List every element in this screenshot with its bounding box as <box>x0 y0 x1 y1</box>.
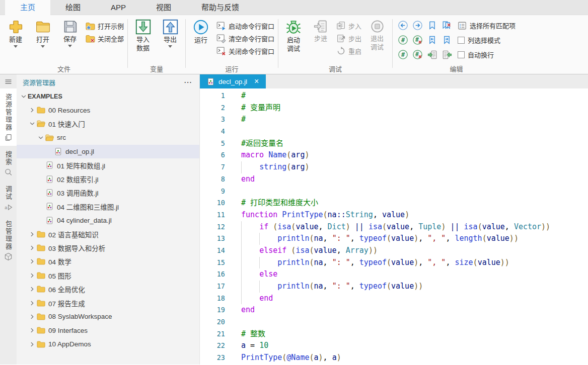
next-bookmark-icon[interactable] <box>441 34 453 46</box>
tree-item-03-数据导入和分析[interactable]: 03 数据导入和分析 <box>17 241 199 254</box>
start-terminal-button[interactable]: 启动命令行窗口 <box>214 20 276 32</box>
block-comment-icon[interactable]: # <box>397 49 409 60</box>
code-line-19[interactable]: 19end <box>200 304 588 316</box>
more-actions-button[interactable]: ⋯ <box>184 77 192 87</box>
chevron-down-icon[interactable] <box>28 120 36 127</box>
code-line-16[interactable]: 16 else <box>200 268 588 281</box>
tree-item-05-图形[interactable]: 05 图形 <box>17 268 199 282</box>
code-line-17[interactable]: 17 println(na, ": ", typeof(value)) <box>200 281 588 293</box>
tab-plot[interactable]: 绘图 <box>50 0 96 15</box>
code-line-11[interactable]: 11function PrintType(na::String, value) <box>200 209 588 221</box>
previous-bookmark-icon[interactable] <box>426 34 438 46</box>
tree-item-09-Interfaces[interactable]: 09 Interfaces <box>17 324 199 337</box>
tree-item-07-报告生成[interactable]: 07 报告生成 <box>17 296 199 310</box>
chevron-right-icon[interactable] <box>28 231 36 238</box>
code-line-20[interactable]: 20 <box>200 316 588 328</box>
chevron-down-icon[interactable] <box>19 93 28 100</box>
comment-icon[interactable]: # <box>397 34 409 46</box>
code-line-6[interactable]: 6macro Name(arg) <box>200 149 588 161</box>
column-select-checkbox[interactable] <box>458 37 465 44</box>
tree-item-02-数组索引-jl[interactable]: 02 数组索引.jl <box>17 172 199 186</box>
chevron-right-icon[interactable] <box>28 244 36 251</box>
code-line-21[interactable]: 21# 整数 <box>200 328 588 340</box>
word-wrap-toggle[interactable]: 自动换行 <box>456 50 494 59</box>
tree-item-03-调用函数-jl[interactable]: 03 调用函数.jl <box>17 186 199 200</box>
tree-item-06-全局优化[interactable]: 06 全局优化 <box>17 282 199 296</box>
code-line-2[interactable]: 2# 变量声明 <box>200 102 588 114</box>
code-line-1[interactable]: 1# <box>200 90 588 102</box>
code-line-14[interactable]: 14 elseif (isa(value, Array)) <box>200 245 588 257</box>
start-debug-button[interactable]: 启动 调试 <box>280 17 307 53</box>
tree-item-04-cylinder_data-jl[interactable]: 04 cylinder_data.jl <box>17 214 199 227</box>
tab-view[interactable]: 视图 <box>141 0 186 15</box>
tree-item-01-快速入门[interactable]: 01 快速入门 <box>17 117 199 131</box>
menu-icon[interactable] <box>0 74 17 88</box>
tree-item-01-矩阵和数组-jl[interactable]: 01 矩阵和数组.jl <box>17 158 199 172</box>
activity-item-search[interactable]: 搜索 <box>0 146 17 180</box>
open-button[interactable]: 打开 <box>29 17 56 48</box>
open-example-button[interactable]: 打开示例 <box>84 20 126 32</box>
word-wrap-checkbox[interactable] <box>458 51 465 58</box>
import-data-button[interactable]: 导入 数据 <box>129 17 157 52</box>
outdent-icon[interactable] <box>441 49 453 60</box>
new-button[interactable]: 新建 <box>2 17 29 48</box>
step-out-button[interactable]: 步出 <box>334 32 363 45</box>
uncomment-icon[interactable]: # <box>412 34 423 46</box>
tab-home[interactable]: 主页 <box>5 0 50 15</box>
chevron-right-icon[interactable] <box>28 258 36 265</box>
code-line-22[interactable]: 22a = 10 <box>200 340 588 352</box>
tree-item-08-SyslabWorkspace[interactable]: 08 SyslabWorkspace <box>17 310 199 323</box>
code-line-13[interactable]: 13 println(na, ": ", typeof(value), ", "… <box>200 233 588 245</box>
code-line-9[interactable]: 9 <box>200 186 588 198</box>
run-button[interactable]: 运行 <box>187 17 214 44</box>
code-line-18[interactable]: 18 end <box>200 293 588 305</box>
activity-item-explorer[interactable]: 资源管理器 <box>0 88 17 146</box>
editor-tab-decl-op[interactable]: decl_op.jl × <box>200 74 266 88</box>
code-line-8[interactable]: 8end <box>200 173 588 186</box>
close-terminal-button[interactable]: 关闭命令行窗口 <box>214 45 276 57</box>
save-button[interactable]: 保存 <box>56 17 84 47</box>
code-line-12[interactable]: 12 if (isa(value, Dict) || isa(value, Tu… <box>200 221 588 233</box>
tree-item-decl_op-jl[interactable]: decl_op.jl <box>17 145 199 158</box>
navigate-back-icon[interactable] <box>397 20 409 31</box>
tree-item-src[interactable]: src <box>17 131 199 144</box>
restart-button[interactable]: 重启 <box>334 45 363 57</box>
activity-item-package-manager[interactable]: 包管理器 <box>0 215 17 265</box>
activity-item-debug[interactable]: 调试 a <box>0 180 17 215</box>
code-line-23[interactable]: 23PrintType(@Name(a), a) <box>200 352 588 364</box>
close-icon[interactable]: × <box>254 77 259 85</box>
chevron-right-icon[interactable] <box>28 327 36 334</box>
navigate-forward-icon[interactable] <box>412 20 423 31</box>
tab-help-feedback[interactable]: 帮助与反馈 <box>186 0 254 15</box>
code-line-10[interactable]: 10# 打印类型和维度大小 <box>200 197 588 209</box>
indent-icon[interactable] <box>426 49 438 60</box>
chevron-right-icon[interactable] <box>28 313 36 320</box>
tree-item-00-Resources[interactable]: 00 Resources <box>17 103 199 117</box>
close-all-button[interactable]: 关闭全部 <box>84 32 126 45</box>
block-uncomment-icon[interactable]: # <box>412 49 423 60</box>
chevron-right-icon[interactable] <box>28 341 36 348</box>
chevron-right-icon[interactable] <box>28 300 36 307</box>
exit-debug-button[interactable]: 退出 调试 <box>363 17 391 51</box>
clear-terminal-button[interactable]: 清空命令行窗口 <box>214 32 276 45</box>
export-button[interactable]: 导出 <box>157 17 184 48</box>
column-select-mode-toggle[interactable]: 列选择模式 <box>456 35 500 45</box>
code-line-15[interactable]: 15 println(na, ": ", typeof(value), ", "… <box>200 257 588 269</box>
tree-item-04-二维图和三维图-jl[interactable]: 04 二维图和三维图.jl <box>17 200 199 213</box>
chevron-right-icon[interactable] <box>28 286 36 293</box>
chevron-right-icon[interactable] <box>28 272 36 279</box>
code-editor[interactable]: 1#2# 变量声明3#45#返回变量名6macro Name(arg)7 str… <box>200 88 588 364</box>
tree-item-04-数学[interactable]: 04 数学 <box>17 255 199 268</box>
chevron-down-icon[interactable] <box>36 134 45 141</box>
select-all-matches-button[interactable]: 选择所有匹配项 <box>456 21 516 30</box>
tab-app[interactable]: APP <box>96 0 141 15</box>
chevron-right-icon[interactable] <box>28 107 36 114</box>
clear-bookmarks-icon[interactable] <box>441 20 453 31</box>
step-into-button[interactable]: 步入 <box>334 20 363 32</box>
tree-item-02-语言基础知识[interactable]: 02 语言基础知识 <box>17 227 199 241</box>
tree-item-EXAMPLES[interactable]: EXAMPLES <box>17 89 199 103</box>
step-over-button[interactable]: 步进 <box>307 17 334 43</box>
code-line-4[interactable]: 4 <box>200 126 588 138</box>
toggle-bookmark-icon[interactable] <box>426 20 438 31</box>
tree-item-10-AppDemos[interactable]: 10 AppDemos <box>17 337 199 351</box>
